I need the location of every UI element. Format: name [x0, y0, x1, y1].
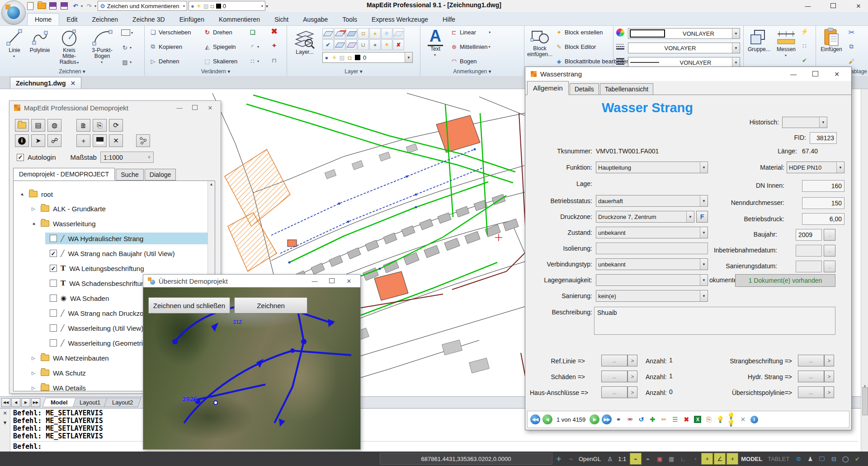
document-tab[interactable]: Zeichnung1.dwg ✕: [10, 77, 81, 89]
undo-icon[interactable]: ↶: [71, 1, 80, 10]
tree-item-strang-nach-baujahr[interactable]: ✓╱WA Strang nach Baujahr (Util View): [50, 247, 175, 259]
ortho-icon[interactable]: ¬: [565, 453, 576, 464]
command-close-icon[interactable]: ✕: [3, 410, 7, 416]
betriebsstatus-combobox[interactable]: dauerhaft▼: [596, 195, 708, 207]
beschreibung-textarea[interactable]: Shuaib: [594, 307, 835, 335]
highlight-all-icon[interactable]: 💡💡: [727, 415, 736, 424]
text-button[interactable]: A Text▾: [424, 28, 447, 58]
display-icon[interactable]: 🖵: [816, 453, 827, 464]
delete-button[interactable]: ✕: [109, 134, 123, 147]
redo-icon[interactable]: ↷: [84, 1, 94, 10]
copy-clipboard-icon[interactable]: ⧉: [848, 43, 855, 50]
layer-match-icon[interactable]: [334, 39, 345, 50]
lineweight-icon[interactable]: [616, 43, 624, 50]
palette-minimize-icon[interactable]: —: [174, 105, 185, 111]
tab-layout2[interactable]: Layout2: [104, 398, 141, 407]
strangbeschriftung-go-button[interactable]: >: [824, 355, 834, 366]
tree-item-wasserleitung[interactable]: ▼Wasserleitung: [32, 218, 95, 229]
drawing-vertical-scrollbar[interactable]: ∧: [861, 89, 868, 452]
status-ok-icon[interactable]: ✔: [852, 453, 863, 464]
sanierungsdatum-picker-button[interactable]: ..: [824, 261, 835, 272]
inbetriebnahme-picker-button[interactable]: ..: [824, 245, 835, 257]
scrollbar-thumb[interactable]: [862, 387, 868, 415]
map-button[interactable]: ▤: [31, 119, 45, 132]
tab-edit[interactable]: Edit: [59, 14, 85, 25]
insert-block-button[interactable]: Blockeinfügen...: [527, 28, 552, 57]
tab-express-werkzeuge[interactable]: Express Werkzeuge: [364, 14, 435, 25]
uebersichtspolylinie-go-button[interactable]: >: [824, 386, 834, 398]
layer-checkbox[interactable]: [50, 235, 57, 242]
stretch-button[interactable]: ▷Dehnen: [149, 57, 179, 65]
layer-checkbox[interactable]: ✓: [50, 265, 57, 272]
material-combobox[interactable]: HDPE PN10▼: [787, 162, 844, 173]
cut-icon[interactable]: ✂: [848, 29, 855, 36]
tree-item-schadensbeschriftung[interactable]: TWA Schadensbeschriftung: [50, 277, 149, 289]
autologin-checkbox[interactable]: ✓: [17, 154, 24, 161]
info-button[interactable]: i: [15, 134, 29, 147]
grid-display-icon[interactable]: ▦: [666, 453, 677, 464]
layer-fade-icon[interactable]: [393, 28, 404, 39]
group-label-anmerkungen[interactable]: Anmerkungen ▾: [420, 68, 524, 75]
command-expand-icon[interactable]: ▼: [3, 420, 8, 425]
tab-demoprojekt[interactable]: Demoprojekt - DEMOPROJECT: [13, 168, 115, 181]
tree-item-leitungsbeschriftung[interactable]: ✓TWA Leitungsbeschriftung: [50, 262, 144, 274]
layer-freeze-icon[interactable]: ❄: [381, 28, 392, 39]
save-as-icon[interactable]: [59, 1, 69, 10]
ucs-icon[interactable]: ∟: [678, 453, 689, 464]
user-icon[interactable]: ♟: [805, 453, 816, 464]
dialog-close-icon[interactable]: ✕: [828, 71, 846, 78]
tab-dialoge[interactable]: Dialoge: [145, 169, 176, 181]
next-layout-icon[interactable]: ▶: [21, 398, 30, 407]
tab-tools[interactable]: Tools: [335, 14, 364, 25]
tree-item-wasserleitung-geometrie[interactable]: ╱Wasserleitung (Geometrie): [50, 337, 149, 349]
crosshair-icon[interactable]: ＋: [726, 453, 738, 465]
rotate-button[interactable]: ↻Drehen: [203, 29, 232, 36]
layer-edit-icon[interactable]: [346, 28, 357, 39]
layer-delete-icon[interactable]: ✘: [393, 39, 404, 50]
osnap-icon[interactable]: ⌁: [630, 453, 642, 465]
tree-item-alk[interactable]: ▷ALK - Grundkarte: [32, 203, 106, 214]
tree-item-strang-nach-druckzonen[interactable]: ╱WA Strang nach Druckzonen: [50, 307, 155, 319]
first-record-button[interactable]: ◀◀: [530, 414, 540, 424]
doc-check-button[interactable]: 🗎: [76, 119, 90, 132]
highlight-off-icon[interactable]: ✕: [738, 415, 747, 424]
schaeden-go-button[interactable]: >: [627, 371, 637, 382]
collapsed-icon[interactable]: ▷: [32, 356, 37, 361]
open-file-icon[interactable]: [37, 1, 47, 10]
tab-zeichnen[interactable]: Zeichnen: [85, 14, 125, 25]
application-menu-button[interactable]: [1, 0, 26, 25]
baujahr-picker-button[interactable]: ..: [824, 229, 835, 241]
layer-checkbox[interactable]: [50, 280, 57, 287]
expanded-icon[interactable]: ▼: [31, 220, 38, 227]
copy-button[interactable]: ⧉Kopieren: [149, 43, 182, 50]
model-space-label[interactable]: MODEL: [741, 456, 762, 462]
tab-zeichne-3d[interactable]: Zeichne 3D: [125, 14, 172, 25]
settings-gear-icon[interactable]: ⚙: [793, 453, 804, 464]
group-label-veraendern[interactable]: Verändern ▾: [145, 68, 287, 75]
workspace-combobox[interactable]: ⚙ Zeichen und Kommentieren ▾: [98, 1, 187, 11]
tab-home[interactable]: Home: [27, 13, 59, 25]
layer-state-combobox[interactable]: ● ☀ ▨ ◘ 0 ▾: [189, 1, 265, 11]
tab-allgemein[interactable]: Allgemein: [527, 81, 569, 95]
sanierungsdatum-field[interactable]: [796, 261, 822, 272]
verbindungstyp-combobox[interactable]: unbekannt▼: [596, 258, 708, 270]
uebersicht-maximize-icon[interactable]: [325, 278, 339, 285]
document-tab-close-icon[interactable]: ✕: [70, 80, 75, 87]
new-file-icon[interactable]: [25, 1, 35, 10]
zustand-combobox[interactable]: unbekannt▼: [596, 227, 708, 238]
edit-record-icon[interactable]: ✏: [659, 415, 668, 424]
layer-unlock-icon[interactable]: ⊔: [358, 39, 369, 50]
layer-combobox[interactable]: ● ☀ ▨ ◘ 0 ▼: [322, 52, 413, 63]
refresh-icon[interactable]: ↺: [637, 415, 646, 424]
osnap-tracking-icon[interactable]: ⌁: [642, 453, 653, 464]
tab-details[interactable]: Details: [570, 83, 599, 95]
minimize-button[interactable]: —: [801, 3, 815, 10]
isodraft-icon[interactable]: ◔: [689, 453, 700, 464]
collapsed-icon[interactable]: ▷: [32, 206, 37, 211]
layer-checkbox[interactable]: [50, 324, 57, 332]
zeichnen-button[interactable]: Zeichnen: [234, 297, 307, 314]
prev-layout-icon[interactable]: ◀: [11, 398, 20, 407]
doc-check-button[interactable]: ✔: [801, 57, 808, 64]
tree-item-root[interactable]: ▼root: [20, 188, 53, 200]
explode-button[interactable]: ✦: [270, 42, 278, 49]
